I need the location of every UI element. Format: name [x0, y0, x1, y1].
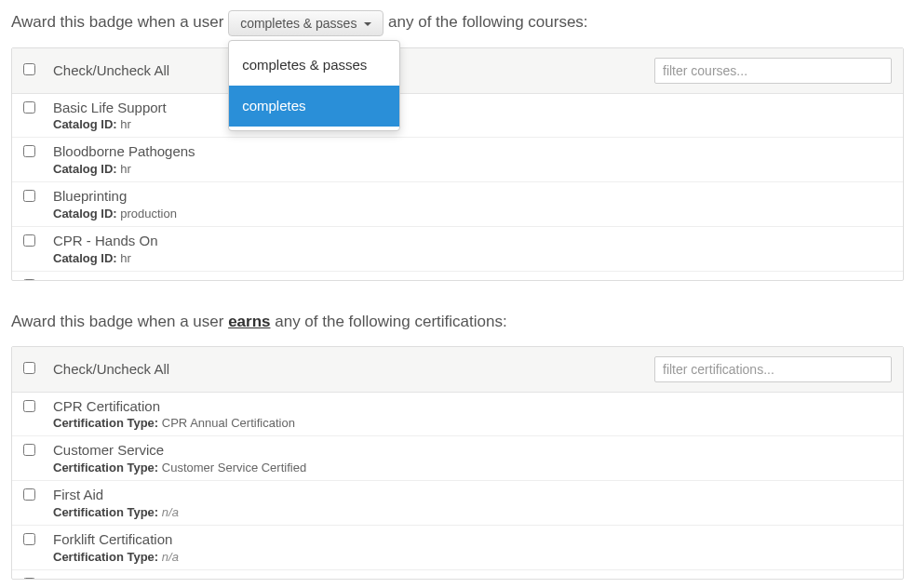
cert-title: Forklift Certification — [53, 531, 892, 549]
completion-option-completes[interactable]: completes — [229, 86, 399, 127]
cert-checkbox[interactable] — [23, 533, 35, 545]
completion-option-completes-passes[interactable]: completes & passes — [229, 45, 399, 86]
courses-rule-sentence: Award this badge when a user completes &… — [11, 7, 904, 38]
course-title: Bloodborne Pathogens — [53, 143, 892, 161]
certs-panel: Check/Uncheck All CPR CertificationCerti… — [11, 346, 904, 580]
course-checkbox[interactable] — [23, 101, 35, 114]
certs-sentence-prefix: Award this badge when a user — [11, 313, 223, 330]
courses-check-all[interactable] — [23, 63, 35, 75]
course-checkbox[interactable] — [23, 279, 35, 280]
courses-filter-input[interactable] — [654, 58, 892, 84]
course-row: BlueprintingCatalog ID: production — [12, 182, 903, 227]
course-row: CPR CertificationCatalog ID: hr — [12, 272, 903, 280]
course-row: Bloodborne PathogensCatalog ID: hr — [12, 138, 903, 182]
cert-row: Forklift CertificationCertification Type… — [12, 526, 903, 570]
cert-sub: Certification Type: Customer Service Cer… — [53, 461, 892, 474]
cert-row: First AidCertification Type: n/a — [12, 481, 903, 526]
completion-type-dropdown[interactable]: completes & passes — [228, 10, 383, 36]
cert-title: CPR Certification — [53, 398, 892, 416]
certs-filter-input[interactable] — [654, 356, 892, 382]
courses-panel: Check/Uncheck All Basic Life SupportCata… — [11, 47, 904, 281]
course-sub: Catalog ID: hr — [53, 162, 892, 176]
completion-type-menu: completes & passes completes — [228, 40, 400, 131]
cert-row: CPR CertificationCertification Type: CPR… — [12, 393, 903, 437]
course-checkbox[interactable] — [23, 234, 35, 247]
course-sub: Catalog ID: hr — [53, 117, 892, 131]
certs-earns-word: earns — [228, 313, 270, 330]
cert-checkbox[interactable] — [23, 578, 35, 579]
course-checkbox[interactable] — [23, 190, 35, 202]
caret-down-icon — [364, 22, 371, 26]
cert-sub: Certification Type: CPR Annual Certifica… — [53, 416, 892, 430]
certs-check-all-label: Check/Uncheck All — [53, 361, 654, 377]
cert-row: Customer ServiceCertification Type: Cust… — [12, 436, 903, 481]
cert-checkbox[interactable] — [23, 400, 35, 412]
courses-sentence-suffix: any of the following courses: — [388, 13, 588, 31]
certs-rule-sentence: Award this badge when a user earns any o… — [11, 307, 904, 337]
cert-title: First Aid — [53, 487, 892, 504]
course-checkbox[interactable] — [23, 145, 35, 157]
courses-panel-header: Check/Uncheck All — [12, 48, 903, 94]
cert-title: Customer Service — [53, 442, 892, 460]
cert-title: Hazardous Materials — [53, 576, 892, 579]
course-row: CPR - Hands OnCatalog ID: hr — [12, 227, 903, 272]
cert-row: Hazardous MaterialsCertification Type: n… — [12, 570, 903, 579]
completion-type-selected: completes & passes — [240, 16, 357, 31]
certs-panel-header: Check/Uncheck All — [12, 347, 903, 393]
cert-checkbox[interactable] — [23, 488, 35, 501]
course-title: CPR - Hands On — [53, 233, 892, 250]
cert-checkbox[interactable] — [23, 444, 35, 456]
course-title: CPR Certification — [53, 277, 892, 280]
course-row: Basic Life SupportCatalog ID: hr — [12, 94, 903, 139]
certs-sentence-suffix: any of the following certifications: — [275, 313, 506, 330]
cert-sub: Certification Type: n/a — [53, 550, 892, 564]
course-title: Basic Life Support — [53, 100, 892, 117]
courses-list: Basic Life SupportCatalog ID: hrBloodbor… — [12, 94, 903, 280]
certs-check-all[interactable] — [23, 362, 35, 374]
cert-sub: Certification Type: n/a — [53, 505, 892, 519]
course-sub: Catalog ID: hr — [53, 251, 892, 265]
certs-list: CPR CertificationCertification Type: CPR… — [12, 393, 903, 579]
course-sub: Catalog ID: production — [53, 207, 892, 220]
course-title: Blueprinting — [53, 188, 892, 206]
courses-sentence-prefix: Award this badge when a user — [11, 13, 223, 31]
